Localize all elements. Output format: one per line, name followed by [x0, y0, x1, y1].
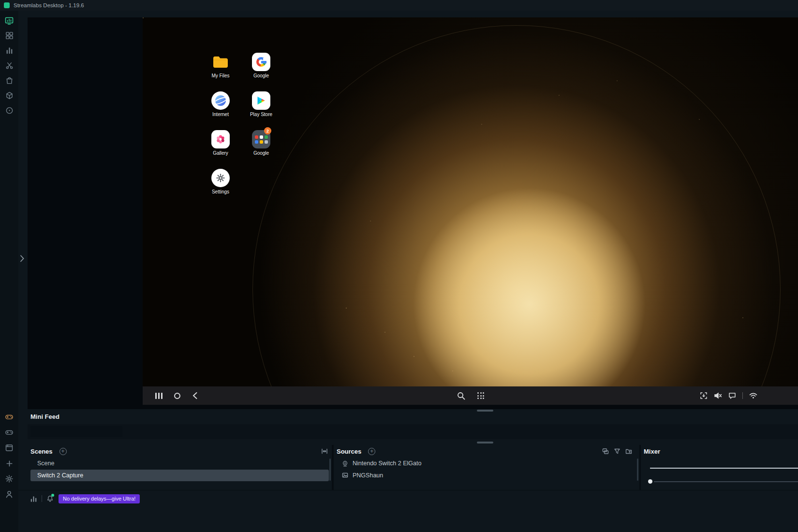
- tablet-app-play-store: Play Store: [244, 91, 278, 117]
- tablet-app-google: Google: [244, 53, 278, 78]
- app-label: Gallery: [204, 150, 237, 156]
- status-row: No delivery delays—give Ultra!: [18, 490, 798, 507]
- widgets-icon[interactable]: [0, 88, 18, 103]
- tablet-nav-left: [143, 392, 198, 399]
- app-label: Settings: [204, 189, 237, 194]
- help-icon[interactable]: [0, 103, 18, 118]
- scenes-panel: Scenes Scene Switch 2 Capture: [28, 445, 332, 490]
- sources-actions: [602, 448, 632, 455]
- streamlabs-logo-icon: [4, 2, 10, 8]
- minifeed-resize-handle[interactable]: [477, 410, 493, 412]
- app-shortcut-1-icon[interactable]: [0, 409, 18, 425]
- sources-title: Sources: [337, 448, 361, 455]
- volume-slider-track[interactable]: [654, 481, 798, 482]
- source-row[interactable]: Nintendo Switch 2 ElGato: [334, 458, 639, 470]
- app-label: Internet: [204, 112, 237, 117]
- add-source-button[interactable]: [368, 448, 375, 455]
- sources-panel: Sources: [334, 445, 639, 490]
- mini-feed-placeholder: [30, 426, 122, 437]
- scenes-title: Scenes: [30, 448, 53, 455]
- mini-feed-header: Mini Feed: [28, 409, 798, 424]
- toggle-panes-icon[interactable]: [321, 448, 328, 455]
- add-folder-icon[interactable]: [625, 448, 632, 455]
- play-store-icon: [252, 91, 270, 110]
- internet-icon: [211, 91, 230, 110]
- scene-name: Switch 2 Capture: [37, 472, 83, 479]
- source-list: Nintendo Switch 2 ElGato PNGShaun: [334, 458, 639, 481]
- preview-canvas: My Files Google Internet: [28, 17, 798, 409]
- volume-muted-icon: [714, 392, 722, 399]
- ultra-promo-badge[interactable]: No delivery delays—give Ultra!: [59, 494, 140, 503]
- app-label: Google: [244, 150, 278, 156]
- scene-list: Scene Switch 2 Capture: [28, 458, 332, 481]
- tablet-app-google-folder: 2 Google: [244, 130, 278, 156]
- scene-row[interactable]: Scene: [30, 458, 329, 470]
- user-icon[interactable]: [0, 487, 18, 502]
- notifications-bell-icon[interactable]: [46, 495, 54, 502]
- editor-icon[interactable]: [0, 13, 18, 28]
- app-label: Google: [244, 73, 278, 78]
- stats-icon[interactable]: [0, 43, 18, 58]
- my-files-icon: [211, 53, 230, 71]
- app-shortcut-2-icon[interactable]: [0, 425, 18, 440]
- store-icon[interactable]: [0, 73, 18, 88]
- sidebar-expand-chevron[interactable]: [18, 252, 26, 264]
- home-icon: [174, 393, 180, 399]
- chat-icon: [728, 392, 736, 399]
- tablet-app-internet: Internet: [204, 91, 237, 117]
- settings-gear-icon[interactable]: [0, 471, 18, 487]
- tablet-app-gallery: Gallery: [204, 130, 237, 156]
- image-icon: [342, 472, 348, 478]
- sidebar: [0, 11, 18, 532]
- add-app-icon[interactable]: [0, 456, 18, 471]
- highlighter-icon[interactable]: [0, 58, 18, 73]
- google-folder-icon: 2: [252, 130, 270, 148]
- dust-particles: [143, 17, 144, 18]
- window-title: Streamlabs Desktop - 1.19.6: [14, 2, 84, 8]
- bottom-panels: Scenes Scene Switch 2 Capture Sources: [28, 445, 798, 490]
- filter-source-icon[interactable]: [614, 448, 621, 455]
- streamlabs-window: Streamlabs Desktop - 1.19.6: [0, 0, 798, 532]
- sources-header: Sources: [334, 445, 639, 458]
- recents-icon: [155, 393, 163, 399]
- performance-metrics-icon[interactable]: [30, 495, 37, 502]
- sources-scrollbar[interactable]: [637, 458, 638, 481]
- volume-meter: [650, 468, 798, 469]
- scene-row-selected[interactable]: Switch 2 Capture: [30, 470, 329, 482]
- folder-badge: 2: [264, 127, 271, 134]
- apps-grid-icon: [477, 392, 484, 399]
- volume-slider-knob[interactable]: [648, 479, 652, 484]
- dashboard-icon[interactable]: [0, 28, 18, 43]
- status-bar: No delivery delays—give Ultra!: [18, 490, 798, 532]
- gallery-icon: [211, 130, 230, 148]
- source-name: PNGShaun: [353, 472, 383, 479]
- sidebar-top-group: [0, 13, 18, 118]
- tablet-nav-right: [700, 392, 757, 399]
- google-icon: [252, 53, 270, 71]
- add-scene-button[interactable]: [59, 448, 67, 455]
- nav-separator: [742, 392, 743, 399]
- panels-resize-handle[interactable]: [477, 442, 493, 443]
- back-icon: [192, 392, 198, 399]
- status-separator: [42, 495, 42, 502]
- scenes-header: Scenes: [28, 445, 332, 458]
- tablet-app-my-files: My Files: [204, 53, 237, 78]
- tablet-navbar: [143, 386, 798, 405]
- app-label: My Files: [204, 73, 237, 78]
- titlebar: Streamlabs Desktop - 1.19.6: [0, 0, 798, 11]
- tablet-nav-center: [457, 392, 484, 400]
- mixer-panel: Mixer: [641, 445, 798, 490]
- scene-name: Scene: [37, 460, 54, 467]
- screen-capture-icon: [700, 392, 708, 399]
- preview-video[interactable]: My Files Google Internet: [143, 17, 798, 405]
- app-shortcut-3-icon[interactable]: [0, 440, 18, 456]
- webcam-icon: [342, 460, 348, 467]
- source-row[interactable]: PNGShaun: [334, 470, 639, 482]
- scenes-scrollbar[interactable]: [329, 458, 331, 481]
- mixer-header: Mixer: [641, 445, 798, 458]
- mini-feed-title: Mini Feed: [30, 413, 59, 420]
- copy-source-icon[interactable]: [602, 448, 609, 455]
- source-name: Nintendo Switch 2 ElGato: [353, 460, 421, 467]
- tablet-app-settings: Settings: [204, 169, 237, 194]
- search-icon: [457, 392, 465, 400]
